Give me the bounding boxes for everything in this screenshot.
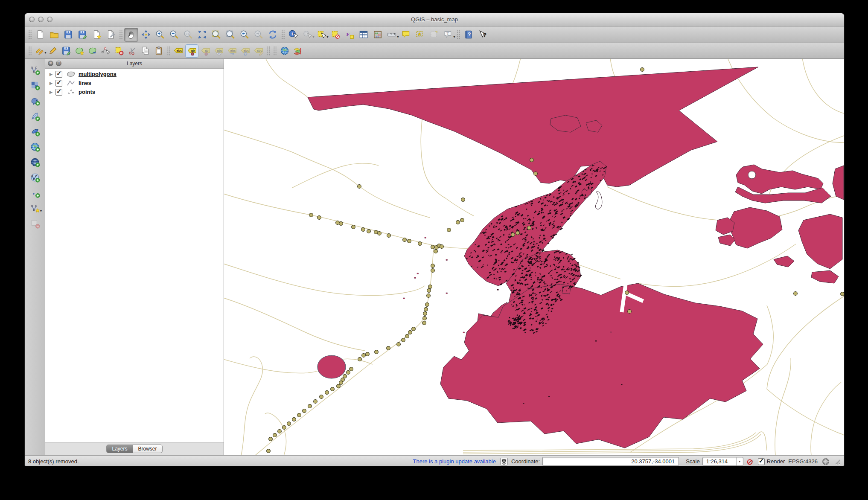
crs-projector-icon[interactable] bbox=[822, 458, 830, 465]
add-vector-layer-button[interactable] bbox=[27, 62, 43, 78]
toggle-editing-button[interactable] bbox=[47, 45, 59, 57]
expand-icon bbox=[197, 29, 207, 40]
render-checkbox[interactable] bbox=[758, 458, 765, 465]
plugin-update-link[interactable]: There is a plugin update available bbox=[413, 458, 496, 465]
zoom-window-button[interactable] bbox=[47, 17, 52, 22]
map-tips-button[interactable] bbox=[399, 28, 412, 41]
open-project-button[interactable] bbox=[47, 28, 61, 41]
save-layer-edits-button[interactable] bbox=[60, 45, 72, 57]
add-postgis-layer-button[interactable] bbox=[27, 93, 43, 108]
node-icon bbox=[101, 46, 111, 56]
layer-item-lines[interactable]: ▶lines bbox=[45, 78, 224, 87]
toolbar-handle bbox=[456, 29, 460, 40]
move-feature-button[interactable] bbox=[86, 45, 99, 57]
scale-label: Scale bbox=[686, 458, 700, 465]
layer-visibility-checkbox[interactable] bbox=[55, 89, 62, 96]
zoom-in-button[interactable] bbox=[153, 28, 166, 41]
add-feature-button[interactable] bbox=[73, 45, 85, 57]
node-tool-button[interactable] bbox=[99, 45, 112, 57]
measure-button[interactable]: ▼ bbox=[385, 28, 398, 41]
map-canvas[interactable] bbox=[224, 59, 844, 455]
delete-selected-button[interactable] bbox=[113, 45, 125, 57]
expand-icon[interactable]: ▶ bbox=[50, 72, 55, 76]
layer-visibility-checkbox[interactable] bbox=[55, 80, 62, 87]
pin-labels-button[interactable]: ab bbox=[185, 44, 198, 58]
abc-rot-icon: abc bbox=[240, 46, 250, 56]
status-message: 8 object(s) removed. bbox=[28, 458, 79, 465]
window-title: QGIS – basic_map bbox=[25, 13, 844, 26]
add-delimited-text-layer-button[interactable]: , bbox=[27, 185, 43, 201]
text-annotation-button[interactable]: T▼ bbox=[441, 28, 454, 41]
zoom-out-button[interactable] bbox=[167, 28, 181, 41]
close-window-button[interactable] bbox=[29, 17, 35, 22]
gear-icon bbox=[302, 29, 312, 40]
plugin-icon[interactable] bbox=[500, 458, 508, 465]
pan-map-button[interactable] bbox=[124, 28, 138, 42]
layer-visibility-checkbox[interactable] bbox=[55, 71, 62, 78]
save-project-button[interactable] bbox=[61, 28, 75, 41]
field-calculator-button[interactable] bbox=[371, 28, 384, 41]
zoom-last-button[interactable] bbox=[238, 28, 251, 41]
add-wcs-layer-button[interactable] bbox=[27, 154, 43, 170]
save-project-as-button[interactable] bbox=[76, 28, 89, 41]
chevron-down-icon[interactable]: ▼ bbox=[736, 457, 743, 465]
select-by-expression-button[interactable]: ε bbox=[343, 28, 356, 41]
new-print-composer-button[interactable] bbox=[90, 28, 103, 41]
layer-item-multipolygons[interactable]: ▶multipolygons bbox=[45, 70, 224, 78]
new-project-button[interactable] bbox=[33, 28, 47, 41]
tab-layers[interactable]: Layers bbox=[106, 445, 132, 453]
layer-labeling-button[interactable]: abc bbox=[172, 45, 184, 57]
web-plugin-button[interactable] bbox=[278, 45, 291, 57]
add-wms-layer-button[interactable] bbox=[27, 139, 43, 154]
new-bookmark-button[interactable] bbox=[413, 28, 426, 41]
mag-plus-icon bbox=[155, 29, 165, 40]
deselect-features-button[interactable] bbox=[329, 28, 342, 41]
whats-this-button[interactable]: ? bbox=[476, 28, 489, 41]
composer-manager-button[interactable] bbox=[104, 28, 117, 41]
layer-label[interactable]: multipolygons bbox=[79, 71, 117, 77]
rotate-label-button: abc bbox=[239, 45, 251, 57]
new-shapefile-layer-button[interactable]: ▼ bbox=[27, 201, 43, 216]
refresh-map-button[interactable] bbox=[266, 28, 279, 41]
scale-value: 1:26,314 bbox=[703, 458, 736, 465]
postgis-icon bbox=[30, 96, 40, 106]
layer-label[interactable]: lines bbox=[79, 80, 91, 86]
identify-features-button[interactable]: i bbox=[286, 28, 300, 41]
select-features-button[interactable]: ▼ bbox=[315, 28, 328, 41]
pan-to-selection-button[interactable] bbox=[139, 28, 152, 41]
minimize-window-button[interactable] bbox=[38, 17, 44, 22]
zoom-to-layer-button[interactable] bbox=[224, 28, 237, 41]
add-raster-layer-button[interactable] bbox=[27, 78, 43, 93]
resize-grip[interactable] bbox=[834, 458, 841, 465]
paste-features-button[interactable] bbox=[152, 45, 165, 57]
copy-features-button[interactable] bbox=[139, 45, 151, 57]
deselect-icon bbox=[330, 29, 341, 40]
manage-layers-toolbar: ,▼ bbox=[25, 59, 45, 455]
coordinate-input[interactable]: 20.3757,-34.0001 bbox=[542, 457, 679, 466]
plugin-layers-button[interactable] bbox=[291, 45, 304, 57]
current-edits-button[interactable]: ▼ bbox=[33, 45, 46, 57]
map-svg[interactable] bbox=[224, 59, 844, 455]
zoom-full-button[interactable] bbox=[195, 28, 209, 41]
open-attribute-table-button[interactable] bbox=[357, 28, 370, 41]
blob-arrow-icon bbox=[87, 46, 98, 56]
cut-features-button[interactable] bbox=[126, 45, 138, 57]
bm-show-icon bbox=[429, 29, 439, 40]
add-wfs-layer-button[interactable] bbox=[27, 170, 43, 185]
zoom-to-selection-button[interactable] bbox=[210, 28, 223, 41]
layer-label[interactable]: points bbox=[79, 89, 95, 95]
add-spatialite-layer-button[interactable] bbox=[27, 108, 43, 124]
expand-icon[interactable]: ▶ bbox=[50, 81, 55, 85]
titlebar[interactable]: QGIS – basic_map bbox=[25, 13, 844, 26]
expand-icon[interactable]: ▶ bbox=[50, 90, 55, 94]
help-contents-button[interactable]: ? bbox=[462, 28, 475, 41]
add-mssql-layer-button[interactable] bbox=[27, 124, 43, 139]
abc-icon: abc bbox=[173, 46, 184, 56]
abc-pencil-icon: abc bbox=[253, 46, 264, 56]
floppy-icon bbox=[63, 29, 73, 40]
stop-render-icon[interactable] bbox=[747, 458, 754, 465]
tab-browser[interactable]: Browser bbox=[133, 445, 163, 453]
layer-item-points[interactable]: ▶points bbox=[45, 87, 224, 96]
annot-icon: T bbox=[443, 29, 453, 40]
scale-combobox[interactable]: 1:26,314 ▼ bbox=[702, 457, 743, 466]
